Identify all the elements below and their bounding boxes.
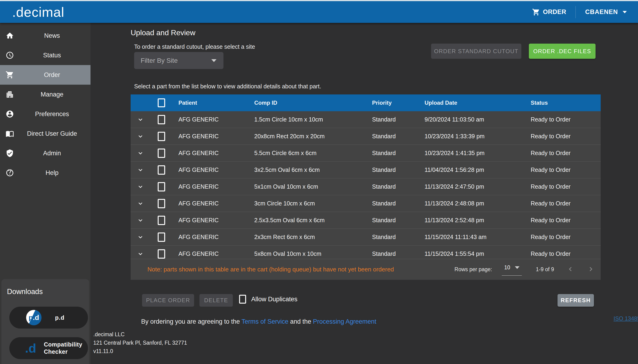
app-bar: .decimal ORDER CBAENEN	[0, 1, 638, 23]
row-checkbox[interactable]	[158, 249, 165, 258]
place-order-button[interactable]: PLACE ORDER	[142, 294, 194, 307]
priority-cell: Standard	[369, 234, 421, 240]
upload-date-cell: 11/13/2024 2:47:50 pm	[421, 183, 527, 190]
checkbox-cell	[151, 249, 175, 258]
sidebar: News Status Order Manage Preferences Dir…	[0, 23, 91, 364]
column-header-patient: Patient	[175, 100, 251, 106]
chevron-down-icon[interactable]	[137, 166, 144, 174]
chevron-down-icon[interactable]	[137, 217, 144, 224]
allow-duplicates-checkbox[interactable]	[239, 295, 246, 304]
table-row[interactable]: AFG GENERIC 5x8cm Oval 10cm x 10cm Stand…	[131, 246, 601, 259]
terms-of-service-link[interactable]: Terms of Service	[241, 318, 288, 325]
column-header-comp-id: Comp ID	[251, 100, 369, 106]
download-compatibility-checker-button[interactable]: .d Compatibility Checker	[9, 337, 88, 359]
cart-order-button[interactable]: ORDER	[532, 8, 566, 16]
rows-per-page-select[interactable]: 10	[502, 264, 522, 276]
previous-page-button[interactable]	[566, 265, 574, 274]
footer-info: .decimal LLC 121 Central Park Pl, Sanfor…	[93, 330, 187, 355]
order-page: .decimal ORDER CBAENEN News Status	[0, 0, 638, 364]
company-address: 121 Central Park Pl, Sanford, FL 32771	[93, 338, 187, 347]
table-row[interactable]: AFG GENERIC 2.5x3.5cm Oval 6cm x 6cm Sta…	[131, 212, 601, 229]
priority-cell: Standard	[369, 217, 421, 224]
row-checkbox[interactable]	[158, 216, 165, 225]
processing-agreement-link[interactable]: Processing Agreement	[313, 318, 376, 325]
app-bar-right: ORDER CBAENEN	[532, 6, 627, 18]
caret-down-icon	[622, 11, 627, 13]
page-title: Upload and Review	[131, 28, 196, 37]
table-header: Patient Comp ID Priority Upload Date Sta…	[131, 94, 601, 111]
sidebar-item-direct-user-guide[interactable]: Direct User Guide	[0, 124, 91, 144]
sidebar-item-preferences[interactable]: Preferences	[0, 104, 91, 124]
sidebar-item-news[interactable]: News	[0, 26, 91, 46]
sidebar-item-order[interactable]: Order	[0, 65, 91, 85]
table-row[interactable]: AFG GENERIC 3x2.5cm Oval 6cm x 6cm Stand…	[131, 162, 601, 178]
comp-id-cell: 5x8cm Oval 10cm x 10cm	[251, 250, 369, 257]
pagination-range: 1-9 of 9	[536, 266, 554, 272]
order-standard-cutout-button[interactable]: ORDER STANDARD CUTOUT	[431, 44, 521, 59]
expand-cell	[131, 150, 151, 157]
sidebar-nav: News Status Order Manage Preferences Dir…	[0, 23, 91, 182]
chevron-down-icon[interactable]	[137, 183, 144, 190]
next-page-button[interactable]	[587, 265, 595, 274]
patient-cell: AFG GENERIC	[175, 200, 251, 207]
upload-date-cell: 11/15/2024 11:11:43 am	[421, 234, 527, 240]
sidebar-item-help[interactable]: Help	[0, 163, 91, 182]
chevron-down-icon[interactable]	[137, 250, 144, 258]
sidebar-item-manage[interactable]: Manage	[0, 85, 91, 104]
table-row[interactable]: AFG GENERIC 20x8cm Rect 20cm x 20cm Stan…	[131, 128, 601, 145]
compatibility-checker-label: Compatibility Checker	[44, 341, 82, 355]
table-row[interactable]: AFG GENERIC 2x3cm Rect 6cm x 6cm Standar…	[131, 229, 601, 246]
delete-button[interactable]: DELETE	[199, 294, 233, 307]
checkbox-cell	[151, 216, 175, 225]
row-checkbox[interactable]	[158, 199, 165, 208]
filter-by-site-dropdown[interactable]: Filter By Site	[134, 52, 224, 69]
table-row[interactable]: AFG GENERIC 1.5cm Circle 10cm x 10cm Sta…	[131, 111, 601, 128]
upload-date-cell: 11/04/2024 1:56:28 pm	[421, 166, 527, 173]
select-all-checkbox[interactable]	[158, 98, 165, 107]
site-prompt-label: To order a standard cutout, please selec…	[134, 43, 255, 50]
row-checkbox[interactable]	[158, 232, 165, 242]
row-checkbox[interactable]	[158, 115, 165, 124]
header-checkbox-cell	[151, 98, 175, 107]
user-menu-button[interactable]: CBAENEN	[585, 8, 627, 16]
comp-id-cell: 3cm Circle 10cm x 6cm	[251, 200, 369, 207]
priority-cell: Standard	[369, 133, 421, 140]
sidebar-item-admin[interactable]: Admin	[0, 144, 91, 163]
chevron-down-icon[interactable]	[137, 234, 144, 241]
chevron-down-icon[interactable]	[137, 150, 144, 157]
refresh-button[interactable]: REFRESH	[557, 294, 594, 307]
sidebar-item-status[interactable]: Status	[0, 46, 91, 65]
pd-logo-icon: p.d	[26, 310, 42, 325]
user-name: CBAENEN	[585, 8, 618, 16]
iso-13485-link[interactable]: ISO 13485	[613, 315, 638, 322]
row-checkbox[interactable]	[158, 165, 165, 175]
checkbox-cell	[151, 165, 175, 175]
patient-cell: AFG GENERIC	[175, 234, 251, 240]
shield-check-icon	[0, 149, 20, 158]
expand-cell	[131, 250, 151, 258]
order-label: ORDER	[543, 8, 566, 16]
chevron-down-icon[interactable]	[137, 133, 144, 140]
decimal-d-logo-icon: .d	[23, 340, 38, 356]
chevron-down-icon[interactable]	[137, 116, 144, 123]
table-row[interactable]: AFG GENERIC 3cm Circle 10cm x 6cm Standa…	[131, 195, 601, 212]
status-cell: Ready to Order	[527, 116, 601, 123]
clock-icon	[0, 51, 20, 60]
status-cell: Ready to Order	[527, 217, 601, 224]
table-hint: Select a part from the list below to vie…	[134, 83, 321, 90]
row-checkbox[interactable]	[158, 132, 165, 141]
expand-cell	[131, 234, 151, 241]
chevron-down-icon[interactable]	[137, 200, 144, 207]
row-checkbox[interactable]	[158, 148, 165, 158]
table-footer: Note: parts shown in this table are in t…	[131, 259, 601, 280]
download-pd-button[interactable]: p.d p.d	[9, 307, 88, 328]
row-checkbox[interactable]	[158, 182, 165, 192]
checkbox-cell	[151, 132, 175, 141]
status-cell: Ready to Order	[527, 166, 601, 173]
agreement-line: By ordering you are agreeing to the Term…	[141, 318, 376, 325]
table-row[interactable]: AFG GENERIC 5.5cm Circle 6cm x 6cm Stand…	[131, 145, 601, 162]
expand-cell	[131, 200, 151, 207]
order-dec-files-button[interactable]: ORDER .DEC FILES	[529, 44, 595, 59]
status-cell: Ready to Order	[527, 150, 601, 156]
table-row[interactable]: AFG GENERIC 5x1cm Oval 10cm x 6cm Standa…	[131, 178, 601, 195]
